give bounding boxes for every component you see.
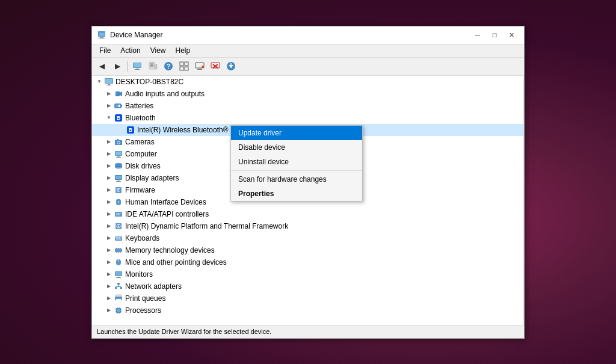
computer-expand[interactable]: ▶ (104, 149, 114, 159)
network-expand[interactable]: ▶ (104, 282, 114, 291)
ctx-separator (231, 170, 362, 171)
processors-icon (114, 306, 123, 315)
cameras-icon (114, 137, 123, 147)
remove-toolbar-btn[interactable] (208, 59, 223, 73)
svg-rect-20 (199, 69, 201, 69)
bluetooth-expand[interactable]: ▼ (104, 113, 114, 123)
disk-expand[interactable]: ▶ (104, 161, 114, 171)
ctx-uninstall-device[interactable]: Uninstall device (231, 155, 362, 169)
forward-button[interactable]: ▶ (110, 59, 125, 73)
processors-label: Processors (125, 306, 161, 315)
ide-expand[interactable]: ▶ (104, 209, 114, 219)
svg-rect-54 (117, 180, 120, 181)
bluetooth-child-icon: B (126, 125, 135, 135)
svg-rect-2 (99, 38, 105, 39)
svg-rect-90 (115, 287, 117, 289)
monitor-toolbar-btn[interactable] (192, 59, 207, 73)
help-toolbar-btn[interactable]: ? (161, 59, 176, 73)
hid-expand[interactable]: ▶ (104, 197, 114, 207)
computer-icon-2 (114, 149, 123, 159)
status-text: Launches the Update Driver Wizard for th… (97, 328, 271, 335)
tree-audio[interactable]: ▶ Audio inputs and outputs (92, 88, 523, 100)
svg-rect-74 (116, 238, 121, 239)
svg-rect-72 (119, 237, 120, 238)
svg-rect-77 (118, 248, 119, 249)
ctx-disable-device[interactable]: Disable device (231, 140, 362, 155)
hid-icon (114, 197, 123, 207)
properties-toolbar-btn[interactable] (146, 59, 160, 73)
ctx-properties[interactable]: Properties (231, 187, 362, 201)
svg-rect-5 (134, 63, 141, 67)
tree-network[interactable]: ▶ Network adapters (92, 280, 523, 292)
keyboards-expand[interactable]: ▶ (104, 233, 114, 243)
intel-label: Intel(R) Dynamic Platform and Thermal Fr… (125, 222, 288, 230)
disk-label: Disk drives (125, 162, 161, 170)
svg-rect-86 (116, 272, 122, 276)
svg-rect-32 (106, 85, 111, 85)
memory-expand[interactable]: ▶ (104, 245, 114, 255)
bluetooth-child-label: Intel(R) Wireless Bluetooth® (137, 126, 229, 134)
close-button[interactable]: ✕ (504, 29, 519, 41)
print-expand[interactable]: ▶ (104, 294, 114, 303)
processors-expand[interactable]: ▶ (104, 306, 114, 315)
tree-ide[interactable]: ▶ IDE ATA/ATAPI controllers (92, 208, 523, 220)
cameras-expand[interactable]: ▶ (104, 137, 114, 147)
svg-text:B: B (129, 127, 133, 133)
menu-file[interactable]: File (94, 45, 116, 56)
grid-toolbar-btn[interactable] (177, 59, 191, 73)
svg-rect-88 (116, 277, 121, 278)
status-bar: Launches the Update Driver Wizard for th… (92, 325, 524, 338)
minimize-button[interactable]: ─ (470, 29, 485, 41)
firmware-icon (114, 185, 123, 195)
tree-monitors[interactable]: ▶ Monitors (92, 268, 523, 280)
ctx-update-driver[interactable]: Update driver (231, 126, 362, 140)
svg-rect-58 (117, 190, 119, 191)
audio-expand[interactable]: ▶ (104, 89, 114, 99)
svg-text:?: ? (167, 63, 170, 70)
back-button[interactable]: ◀ (94, 59, 109, 73)
batteries-expand[interactable]: ▶ (104, 101, 114, 111)
batteries-icon (114, 101, 123, 111)
tree-batteries[interactable]: ▶ Batteries (92, 100, 523, 112)
keyboards-label: Keyboards (125, 234, 159, 242)
svg-line-94 (119, 286, 122, 287)
svg-rect-89 (117, 283, 120, 285)
svg-rect-99 (117, 309, 120, 312)
svg-rect-97 (116, 299, 121, 301)
context-menu: Update driver Disable device Uninstall d… (230, 125, 363, 202)
device-manager-icon-btn[interactable] (130, 59, 144, 73)
firmware-expand[interactable]: ▶ (104, 185, 114, 195)
svg-rect-70 (116, 237, 117, 238)
intel-expand[interactable]: ▶ (104, 221, 114, 231)
window-icon (97, 30, 106, 40)
svg-rect-21 (197, 69, 202, 70)
mice-expand[interactable]: ▶ (104, 258, 114, 267)
tree-bluetooth[interactable]: ▼ B Bluetooth (92, 112, 523, 124)
maximize-button[interactable]: □ (487, 29, 502, 41)
root-expand[interactable]: ▼ (94, 77, 104, 87)
monitors-expand[interactable]: ▶ (104, 270, 114, 279)
tree-processors[interactable]: ▶ Processors (92, 304, 523, 316)
tree-memory[interactable]: ▶ Memory technology devices (92, 244, 523, 256)
tree-keyboards[interactable]: ▶ Keyboards (92, 232, 523, 244)
svg-rect-23 (211, 63, 220, 68)
display-expand[interactable]: ▶ (104, 173, 114, 183)
download-toolbar-btn[interactable] (224, 59, 238, 73)
display-icon (114, 173, 123, 183)
menu-help[interactable]: Help (171, 45, 196, 56)
svg-rect-75 (115, 248, 122, 252)
ctx-scan-hardware[interactable]: Scan for hardware changes (231, 172, 362, 187)
tree-root[interactable]: ▼ DESKTOP-0BST82C (92, 76, 523, 88)
tree-print[interactable]: ▶ Print queues (92, 292, 523, 304)
network-label: Network adapters (125, 282, 182, 291)
device-tree[interactable]: ▼ DESKTOP-0BST82C ▶ (92, 76, 524, 325)
menu-view[interactable]: View (146, 45, 171, 56)
monitors-label: Monitors (125, 270, 153, 279)
content-area: ▼ DESKTOP-0BST82C ▶ (92, 76, 524, 325)
tree-intel[interactable]: ▶ Intel(R) Dynamic Platform and Thermal … (92, 220, 523, 232)
menu-action[interactable]: Action (116, 45, 145, 56)
display-label: Display adapters (125, 174, 179, 182)
tree-mice[interactable]: ▶ Mice and other pointing devices (92, 256, 523, 268)
device-manager-window: Device Manager ─ □ ✕ File Action View He… (91, 26, 525, 339)
root-label: DESKTOP-0BST82C (116, 78, 183, 86)
